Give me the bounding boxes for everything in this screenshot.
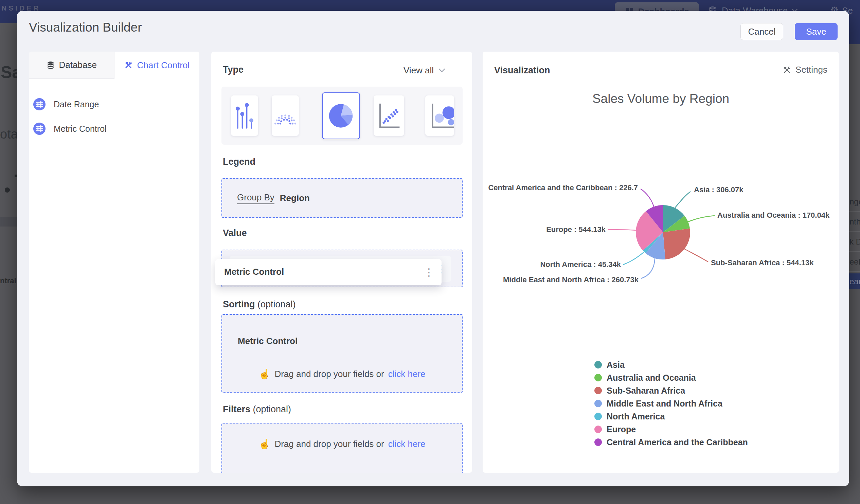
controls-panel: Database Chart Control Date Range Metric…	[29, 52, 199, 473]
legend-swatch	[594, 426, 602, 433]
sidebar-item-metric-control[interactable]: Metric Control	[33, 123, 107, 135]
value-chip-dragging[interactable]: Metric Control ⋮	[215, 259, 442, 285]
leader-line	[641, 258, 655, 278]
tap-icon: ☝	[258, 438, 270, 450]
bg-menu-divider	[849, 251, 860, 252]
tab-database-label: Database	[59, 60, 97, 70]
visualization-header: Visualization	[494, 65, 550, 76]
legend-label: Central America and the Caribbean	[607, 437, 748, 447]
bg-menu-divider	[849, 211, 860, 212]
chart-type-scatter[interactable]	[374, 96, 404, 136]
legend-section-title: Legend	[223, 157, 255, 167]
chart-title: Sales Volume by Region	[483, 92, 839, 106]
slice-label: Central America and the Caribbean : 226.…	[488, 183, 638, 192]
legend-swatch	[594, 438, 602, 446]
bg-menu-divider	[849, 231, 860, 232]
sorting-dropzone[interactable]: Metric Control ☝ Drag and drop your fiel…	[221, 314, 463, 393]
view-all-label: View all	[403, 65, 434, 76]
chevron-down-icon	[439, 68, 445, 73]
legend-item[interactable]: Middle East and North Africa	[594, 397, 748, 410]
tab-database[interactable]: Database	[29, 52, 114, 79]
leader-line	[688, 216, 715, 222]
bg-menu-divider	[849, 271, 860, 272]
leader-line	[684, 249, 708, 262]
chart-type-pie-selected[interactable]	[322, 92, 360, 139]
sidebar-item-date-range[interactable]: Date Range	[33, 98, 99, 110]
chart-legend: AsiaAustralia and OceaniaSub-Saharan Afr…	[594, 358, 748, 449]
click-here-link[interactable]: click here	[388, 439, 426, 449]
sidebar-item-label: Date Range	[54, 100, 99, 109]
bg-tick-fragment	[15, 175, 17, 177]
legend-item[interactable]: Australia and Oceania	[594, 371, 748, 384]
drop-hint: ☝ Drag and drop your fields or click her…	[222, 438, 462, 450]
leader-line	[641, 189, 654, 207]
bg-text-fragment: ota	[0, 127, 17, 142]
navbar-right-patch	[849, 23, 860, 44]
chart-type-lollipop[interactable]	[231, 96, 258, 136]
bg-menu-item-selected: ear	[849, 273, 860, 289]
legend-label: Middle East and North Africa	[607, 399, 722, 408]
save-button[interactable]: Save	[795, 23, 837, 40]
control-sliders-icon	[33, 98, 45, 110]
legend-item[interactable]: Sub-Saharan Africa	[594, 384, 748, 397]
legend-label: North America	[607, 412, 665, 421]
sidebar-item-label: Metric Control	[54, 124, 107, 134]
legend-label: Sub-Saharan Africa	[607, 386, 685, 396]
leader-line	[675, 191, 690, 208]
slice-label: Sub-Saharan Africa : 544.13k	[711, 258, 814, 267]
bg-menu-item: nge	[849, 197, 860, 206]
bg-menu-item: nth	[849, 217, 860, 227]
bg-bullet-fragment	[5, 187, 10, 192]
legend-swatch	[594, 400, 602, 407]
bg-label-fragment: ntral	[0, 276, 16, 285]
slice-label: North America : 45.34k	[540, 260, 621, 269]
pie-slice-2[interactable]	[663, 228, 690, 259]
pie-slices	[636, 205, 690, 259]
kebab-menu-icon[interactable]: ⋮	[424, 267, 434, 277]
slice-label: Middle East and North Africa : 260.73k	[503, 275, 639, 284]
legend-item[interactable]: Europe	[594, 423, 748, 436]
builder-panel: Type View all	[211, 52, 472, 473]
leader-line	[623, 252, 644, 264]
legend-swatch	[594, 361, 602, 369]
slice-label: Australia and Oceania : 170.04k	[717, 211, 830, 219]
group-by-value: Region	[280, 193, 310, 203]
tab-chart-control-label: Chart Control	[137, 60, 189, 71]
click-here-link[interactable]: click here	[388, 369, 426, 379]
legend-item[interactable]: North America	[594, 410, 748, 423]
modal-title: Visualization Builder	[29, 20, 142, 35]
filters-dropzone[interactable]: ☝ Drag and drop your fields or click her…	[221, 423, 463, 473]
legend-label: Australia and Oceania	[607, 373, 696, 383]
legend-item[interactable]: Central America and the Caribbean	[594, 436, 748, 449]
legend-swatch	[594, 413, 602, 420]
legend-dropzone[interactable]: Group By Region	[221, 178, 463, 218]
chart-type-arc-dots[interactable]	[272, 96, 299, 136]
chart-type-strip	[221, 87, 463, 145]
leader-line	[608, 230, 636, 230]
bg-heading-fragment: Sal	[1, 62, 17, 82]
view-all-button[interactable]: View all	[403, 65, 445, 76]
sorting-chip-label: Metric Control	[238, 336, 298, 346]
visualization-builder-modal: Visualization Builder Cancel Save Databa…	[17, 11, 849, 486]
value-section-title: Value	[223, 228, 247, 239]
database-icon	[46, 60, 55, 70]
filters-section-title: Filters (optional)	[223, 404, 291, 415]
drop-hint-text: Drag and drop your fields or	[274, 439, 384, 449]
panel-tabs: Database Chart Control	[29, 52, 199, 79]
legend-item[interactable]: Asia	[594, 358, 748, 371]
group-by-button[interactable]: Group By	[237, 192, 274, 204]
legend-label: Asia	[607, 360, 625, 370]
tab-chart-control[interactable]: Chart Control	[114, 52, 200, 79]
value-chip-label: Metric Control	[224, 267, 284, 277]
viz-settings-button[interactable]: Settings	[783, 64, 827, 75]
legend-label: Europe	[607, 424, 636, 434]
sorting-section-title: Sorting (optional)	[223, 299, 296, 310]
control-sliders-icon	[33, 123, 45, 135]
slice-label: Asia : 306.07k	[694, 185, 744, 194]
slice-label: Europe : 544.13k	[546, 225, 606, 234]
cancel-button[interactable]: Cancel	[741, 23, 783, 40]
visualization-panel: Visualization Settings Sales Volume by R…	[483, 52, 839, 473]
chart-type-bubble[interactable]	[425, 96, 454, 136]
drop-hint: ☝ Drag and drop your fields or click her…	[222, 369, 462, 380]
tap-icon: ☝	[258, 369, 270, 380]
